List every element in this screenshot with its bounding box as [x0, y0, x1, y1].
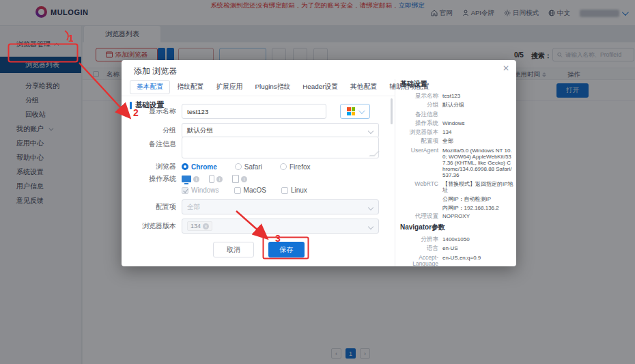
checkbox-icon — [281, 187, 288, 194]
remove-tag-icon[interactable]: × — [203, 223, 209, 229]
browser-row: 浏览器 Chrome Safari Firefox — [127, 162, 328, 171]
group-label: 分组 — [127, 126, 182, 135]
tab-plugins-fingerprint[interactable]: Plugins指纹 — [250, 81, 296, 94]
tab-extensions[interactable]: 扩展应用 — [210, 81, 248, 94]
group-select[interactable]: 默认分组 — [182, 123, 379, 138]
summary-row: 公网IP：自动检测IP — [397, 196, 513, 202]
summary-row: 代理设置NOPROXY — [397, 213, 513, 220]
os-row: 操作系统 i i i — [127, 174, 257, 184]
info-icon: i — [241, 176, 247, 182]
tab-other-config[interactable]: 其他配置 — [345, 81, 382, 94]
summary-row: 语言en-US — [397, 245, 513, 252]
form-scrollbar[interactable] — [391, 98, 393, 124]
checkbox-macos[interactable]: MacOS — [234, 186, 266, 194]
summary-section-basic: 基础设置 — [397, 79, 513, 89]
chevron-down-icon — [368, 224, 373, 229]
config-select[interactable]: 全部 — [182, 199, 379, 214]
checkbox-linux[interactable]: Linux — [281, 186, 307, 194]
remark-textarea[interactable] — [182, 137, 379, 158]
tab-header-settings[interactable]: Header设置 — [297, 81, 343, 94]
modal-divider — [395, 79, 395, 266]
config-row: 配置项 全部 — [127, 199, 379, 214]
tablet-icon — [232, 175, 239, 183]
summary-row-useragent: UserAgentMozilla/5.0 (Windows NT 10.0; W… — [397, 148, 513, 179]
os-desktop-toggle[interactable]: i — [182, 176, 199, 182]
remark-row: 备注信息 — [127, 137, 379, 158]
version-row: 浏览器版本 134 × — [127, 219, 379, 234]
close-icon[interactable]: ✕ — [503, 64, 509, 72]
version-select[interactable]: 134 × — [182, 219, 379, 234]
checkbox-windows[interactable]: Windows — [182, 186, 219, 194]
version-tag: 134 × — [187, 221, 212, 231]
summary-row: 配置项全部 — [397, 138, 513, 145]
radio-chrome[interactable]: Chrome — [182, 163, 217, 171]
phone-icon — [209, 175, 214, 183]
radio-dot — [280, 163, 287, 170]
chevron-down-icon — [368, 128, 373, 134]
config-label: 配置项 — [127, 202, 182, 212]
summary-section-navigator: Navigator参数 — [397, 223, 513, 232]
display-name-input[interactable] — [182, 104, 326, 119]
os-checkbox-row: Windows MacOS Linux — [127, 186, 322, 194]
radio-dot — [182, 163, 188, 170]
tab-basic-config[interactable]: 基本配置 — [130, 80, 170, 94]
summary-row: Accept-Languageen-US,en;q=0.9 — [397, 255, 513, 266]
chevron-down-icon — [358, 107, 365, 114]
display-name-row: 显示名称 — [127, 104, 370, 119]
summary-row-webrtc: WebRTC【替换模式】返回指定的IP地址 — [397, 181, 513, 193]
summary-panel: 基础设置 显示名称test123 分组默认分组 备注信息 操作系统Windows… — [397, 76, 513, 266]
version-label: 浏览器版本 — [127, 221, 182, 231]
app-screen: MULOGIN 系统检测到您还没有绑定邮箱，为了您的账号安全，请绑定邮箱，立即绑… — [0, 0, 635, 364]
chevron-down-icon — [368, 205, 373, 210]
save-button[interactable]: 保存 — [268, 242, 305, 257]
cancel-button[interactable]: 取消 — [213, 242, 254, 257]
radio-safari[interactable]: Safari — [235, 163, 262, 171]
os-tablet-toggle[interactable]: i — [232, 175, 247, 183]
windows-logo-icon — [347, 107, 355, 115]
os-quick-select-button[interactable] — [340, 104, 370, 119]
group-row: 分组 默认分组 — [127, 123, 379, 138]
browser-label: 浏览器 — [127, 162, 182, 171]
checkbox-icon — [182, 187, 188, 194]
modal-tabs: 基本配置 指纹配置 扩展应用 Plugins指纹 Header设置 其他配置 辅… — [130, 80, 435, 94]
remark-label: 备注信息 — [127, 137, 182, 149]
monitor-icon — [182, 176, 191, 182]
summary-row: 分组默认分组 — [397, 102, 513, 109]
info-icon: i — [216, 176, 223, 182]
os-mobile-toggle[interactable]: i — [209, 175, 223, 183]
tabs-divider — [122, 96, 395, 96]
summary-row: 分辨率1400x1050 — [397, 236, 513, 243]
tab-fingerprint-config[interactable]: 指纹配置 — [171, 81, 209, 94]
checkbox-icon — [234, 187, 241, 194]
radio-dot — [235, 163, 242, 170]
add-browser-modal: 添加 浏览器 ✕ 基本配置 指纹配置 扩展应用 Plugins指纹 Header… — [122, 60, 516, 266]
radio-firefox[interactable]: Firefox — [280, 163, 311, 171]
modal-title: 添加 浏览器 — [134, 66, 177, 77]
summary-row: 操作系统Windows — [397, 120, 513, 127]
summary-row: 显示名称test123 — [397, 93, 513, 100]
info-icon: i — [193, 176, 199, 182]
summary-row: 备注信息 — [397, 111, 513, 118]
display-name-label: 显示名称 — [127, 107, 182, 116]
summary-row: 内网IP：192.168.136.2 — [397, 205, 513, 211]
os-label: 操作系统 — [127, 174, 182, 184]
summary-row: 浏览器版本134 — [397, 129, 513, 136]
